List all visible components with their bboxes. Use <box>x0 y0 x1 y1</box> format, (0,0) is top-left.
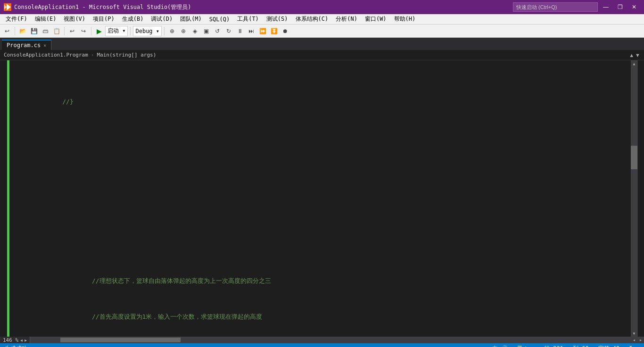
toolbar-start[interactable]: ▶ <box>94 26 104 36</box>
toolbar-save-all[interactable]: 🗃 <box>40 26 50 36</box>
maximize-button[interactable]: ❐ <box>614 2 626 12</box>
green-margin-indicator <box>7 60 9 337</box>
toolbar-btn2[interactable]: ⊕ <box>178 26 189 36</box>
code-line: //} <box>25 88 631 97</box>
breadcrumb-scroll-up[interactable]: ▲ <box>629 52 634 58</box>
bottom-toolbar: 146 % ◂ ▸ ◂ ▸ <box>0 337 644 343</box>
close-button[interactable]: ✕ <box>628 2 640 12</box>
status-bar-left: 生成成功 <box>5 345 27 347</box>
h-scroll-thumb[interactable] <box>60 338 181 342</box>
status-row: 行 231 <box>544 345 563 347</box>
menu-project[interactable]: 项目(P) <box>89 14 118 24</box>
menu-debug[interactable]: 调试(D) <box>147 14 176 24</box>
toolbar-sep3 <box>91 27 91 35</box>
toolbar: ↩ 📂 💾 🗃 📋 ↩ ↪ ▶ 启动 ▾ Debug ▾ ⊕ ⊕ ◈ ▣ ↺ ↻… <box>0 25 644 38</box>
toolbar-btn5[interactable]: ↺ <box>212 26 223 36</box>
breadcrumb-bar: ConsoleApplication1.Program › Main(strin… <box>0 50 644 60</box>
menu-test[interactable]: 测试(S) <box>263 14 292 24</box>
code-area[interactable]: //} //理想状态下，篮球自由落体弹起的高度为上一次高度的四分之三 //首先高… <box>24 60 631 337</box>
zoom-decrease[interactable]: ◂ <box>20 338 23 343</box>
status-icon-6: ✎ <box>531 345 535 347</box>
tab-program-cs[interactable]: Program.cs × <box>2 40 51 50</box>
menu-build[interactable]: 生成(B) <box>118 14 148 24</box>
status-char: 字符 49 <box>598 345 620 347</box>
breadcrumb-method[interactable]: Main(string[] args) <box>97 52 156 58</box>
breadcrumb-controls: ▲ ▼ <box>629 52 640 58</box>
toolbar-sep2 <box>64 27 65 35</box>
zoom-level: 146 % <box>3 337 18 343</box>
menu-help[interactable]: 帮助(H) <box>390 14 420 24</box>
toolbar-btn8[interactable]: ⏭ <box>246 26 256 36</box>
breadcrumb-nav: ConsoleApplication1.Program › Main(strin… <box>4 52 156 58</box>
menu-window[interactable]: 窗口(W) <box>361 14 390 24</box>
code-line <box>25 231 631 240</box>
menu-file[interactable]: 文件(F) <box>2 14 31 24</box>
code-line: //理想状态下，篮球自由落体弹起的高度为上一次高度的四分之三 <box>25 267 631 276</box>
menu-bar: 文件(F) 编辑(E) 视图(V) 项目(P) 生成(B) 调试(D) 团队(M… <box>0 14 644 25</box>
toolbar-btn7[interactable]: ⏸ <box>235 26 245 36</box>
toolbar-btn11[interactable]: ⏺ <box>280 26 290 36</box>
toolbar-btn9[interactable]: ⏩ <box>257 26 268 36</box>
toolbar-new[interactable]: ↩ <box>2 26 12 36</box>
breadcrumb-scroll-down[interactable]: ▼ <box>635 52 640 58</box>
tab-bar: Program.cs × <box>0 38 644 50</box>
toolbar-redo[interactable]: ↪ <box>78 26 89 36</box>
left-margin <box>0 60 9 337</box>
status-icon-3: ⊟ <box>511 345 514 347</box>
status-col: 列 60 <box>573 345 589 347</box>
status-bar-right: ⊞ 中 🔊 ⊟ ☰ ⚑ ✎ 行 231 列 60 字符 49 Ins <box>486 345 639 347</box>
toolbar-save[interactable]: 💾 <box>29 26 39 36</box>
menu-tools[interactable]: 工具(T) <box>233 14 263 24</box>
annotations-panel <box>637 60 644 337</box>
scroll-thumb[interactable] <box>631 146 637 169</box>
toolbar-btn1[interactable]: ⊕ <box>167 26 177 36</box>
scroll-down-arrow[interactable]: ▼ <box>631 330 637 337</box>
menu-sql[interactable]: SQL(Q) <box>206 15 233 24</box>
breadcrumb-class[interactable]: ConsoleApplication1.Program <box>4 52 88 58</box>
code-line <box>25 151 631 160</box>
menu-architecture[interactable]: 体系结构(C) <box>292 14 332 24</box>
status-icon-1: ⊞ <box>486 345 489 347</box>
vertical-scrollbar[interactable]: ▲ ▼ <box>631 60 637 337</box>
tab-filename: Program.cs <box>7 42 41 49</box>
scroll-track[interactable] <box>631 67 637 330</box>
title-bar: ConsoleApplication1 - Microsoft Visual S… <box>0 0 644 14</box>
scroll-up-arrow[interactable]: ▲ <box>631 60 637 67</box>
code-line <box>25 178 631 187</box>
h-scroll-track[interactable] <box>30 337 631 343</box>
toolbar-btn4[interactable]: ▣ <box>201 26 211 36</box>
toolbar-debug-dropdown[interactable]: Debug ▾ <box>133 26 162 36</box>
toolbar-btn10[interactable]: ⏬ <box>269 26 279 36</box>
toolbar-start-dropdown[interactable]: 启动 ▾ <box>105 26 128 36</box>
minimize-button[interactable]: — <box>600 2 612 12</box>
toolbar-undo[interactable]: ↩ <box>67 26 77 36</box>
quick-launch-input[interactable] <box>513 2 598 12</box>
menu-analyze[interactable]: 分析(N) <box>332 14 361 24</box>
status-icon-4: ☰ <box>517 345 522 347</box>
toolbar-debug-label: Debug ▾ <box>135 28 159 34</box>
editor-container: //} //理想状态下，篮球自由落体弹起的高度为上一次高度的四分之三 //首先高… <box>0 60 644 337</box>
title-bar-title: ConsoleApplication1 - Microsoft Visual S… <box>14 3 191 11</box>
h-scroll-right[interactable]: ▸ <box>637 337 644 343</box>
tab-close-button[interactable]: × <box>43 43 46 48</box>
toolbar-open[interactable]: 📂 <box>17 26 28 36</box>
zoom-increase[interactable]: ▸ <box>25 338 27 343</box>
toolbar-btn6[interactable]: ↻ <box>223 26 234 36</box>
menu-team[interactable]: 团队(M) <box>176 14 206 24</box>
toolbar-sep1 <box>15 27 15 35</box>
breadcrumb-separator: › <box>91 52 94 58</box>
status-message: 生成成功 <box>5 345 27 347</box>
menu-edit[interactable]: 编辑(E) <box>31 14 60 24</box>
toolbar-save3[interactable]: 📋 <box>51 26 62 36</box>
toolbar-start-label: 启动 ▾ <box>107 27 125 35</box>
status-icon-2: 🔊 <box>501 345 508 347</box>
code-comment-2: //首先高度设置为1米，输入一个次数，求篮球现在弹起的高度 <box>48 313 262 320</box>
code-line <box>25 205 631 214</box>
h-scroll-left[interactable]: ◂ <box>631 337 637 343</box>
toolbar-btn3[interactable]: ◈ <box>190 26 200 36</box>
menu-view[interactable]: 视图(V) <box>60 14 89 24</box>
code-comment-1: //理想状态下，篮球自由落体弹起的高度为上一次高度的四分之三 <box>48 277 271 284</box>
status-lang: 中 <box>492 345 498 347</box>
status-mode: Ins <box>629 345 639 347</box>
title-bar-left: ConsoleApplication1 - Microsoft Visual S… <box>4 3 191 11</box>
